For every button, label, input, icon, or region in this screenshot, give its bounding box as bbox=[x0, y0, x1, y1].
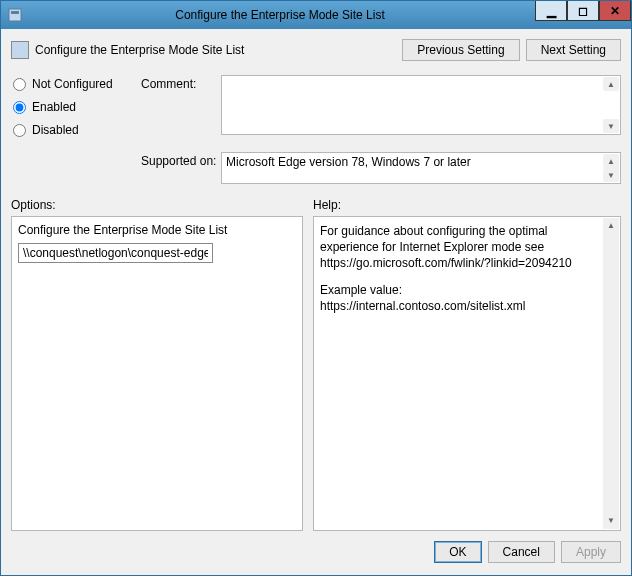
radio-enabled[interactable]: Enabled bbox=[11, 100, 141, 114]
svg-rect-0 bbox=[9, 9, 21, 21]
comment-scrollbar[interactable]: ▲ ▼ bbox=[603, 77, 619, 133]
policy-icon bbox=[11, 41, 29, 59]
radio-not-configured-input[interactable] bbox=[13, 78, 26, 91]
previous-setting-button[interactable]: Previous Setting bbox=[402, 39, 519, 61]
scroll-down-icon[interactable]: ▼ bbox=[603, 168, 619, 182]
supported-scrollbar[interactable]: ▲ ▼ bbox=[603, 154, 619, 182]
radio-disabled-input[interactable] bbox=[13, 124, 26, 137]
next-setting-button[interactable]: Next Setting bbox=[526, 39, 621, 61]
supported-label: Supported on: bbox=[141, 152, 221, 168]
supported-value: Microsoft Edge version 78, Windows 7 or … bbox=[226, 155, 471, 169]
svg-rect-1 bbox=[11, 11, 19, 14]
maximize-button[interactable]: ◻ bbox=[567, 1, 599, 21]
site-list-path-input[interactable] bbox=[18, 243, 213, 263]
help-text-1: For guidance about configuring the optim… bbox=[320, 223, 598, 272]
help-panel: For guidance about configuring the optim… bbox=[313, 216, 621, 531]
dialog-window: Configure the Enterprise Mode Site List … bbox=[0, 0, 632, 576]
dialog-content: Configure the Enterprise Mode Site List … bbox=[1, 29, 631, 575]
dialog-footer: OK Cancel Apply bbox=[9, 531, 623, 567]
radio-label: Enabled bbox=[32, 100, 76, 114]
header-row: Configure the Enterprise Mode Site List … bbox=[9, 33, 623, 71]
minimize-button[interactable]: ▁ bbox=[535, 1, 567, 21]
scroll-down-icon[interactable]: ▼ bbox=[603, 119, 619, 133]
scroll-up-icon[interactable]: ▲ bbox=[603, 154, 619, 168]
radio-not-configured[interactable]: Not Configured bbox=[11, 77, 141, 91]
ok-button[interactable]: OK bbox=[434, 541, 481, 563]
help-text-2: Example value: https://internal.contoso.… bbox=[320, 282, 598, 314]
comment-label: Comment: bbox=[141, 75, 221, 146]
scroll-up-icon[interactable]: ▲ bbox=[603, 218, 619, 234]
window-title: Configure the Enterprise Mode Site List bbox=[29, 8, 531, 22]
system-icon bbox=[7, 7, 23, 23]
options-section-label: Options: bbox=[11, 198, 313, 212]
options-panel: Configure the Enterprise Mode Site List bbox=[11, 216, 303, 531]
scroll-down-icon[interactable]: ▼ bbox=[603, 513, 619, 529]
window-controls: ▁ ◻ ✕ bbox=[535, 1, 631, 21]
radio-label: Not Configured bbox=[32, 77, 113, 91]
titlebar[interactable]: Configure the Enterprise Mode Site List … bbox=[1, 1, 631, 29]
supported-on-field: Microsoft Edge version 78, Windows 7 or … bbox=[221, 152, 621, 184]
apply-button[interactable]: Apply bbox=[561, 541, 621, 563]
close-button[interactable]: ✕ bbox=[599, 1, 631, 21]
radio-enabled-input[interactable] bbox=[13, 101, 26, 114]
policy-title: Configure the Enterprise Mode Site List bbox=[35, 43, 402, 57]
options-title: Configure the Enterprise Mode Site List bbox=[18, 223, 296, 237]
state-radiogroup: Not Configured Enabled Disabled bbox=[11, 75, 141, 146]
help-scrollbar[interactable]: ▲ ▼ bbox=[603, 218, 619, 529]
help-section-label: Help: bbox=[313, 198, 621, 212]
scroll-up-icon[interactable]: ▲ bbox=[603, 77, 619, 91]
cancel-button[interactable]: Cancel bbox=[488, 541, 555, 563]
comment-textarea[interactable]: ▲ ▼ bbox=[221, 75, 621, 135]
radio-disabled[interactable]: Disabled bbox=[11, 123, 141, 137]
radio-label: Disabled bbox=[32, 123, 79, 137]
